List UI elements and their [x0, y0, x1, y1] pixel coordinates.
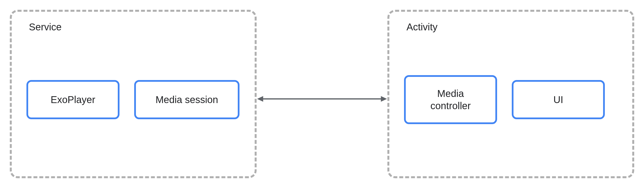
ui-label: UI — [554, 94, 563, 106]
service-container: Service ExoPlayer Media session — [10, 10, 256, 178]
ui-node: UI — [512, 80, 605, 119]
exoplayer-label: ExoPlayer — [51, 94, 95, 106]
arrow-icon — [256, 92, 388, 106]
media-controller-label: Mediacontroller — [430, 88, 471, 112]
activity-content: Mediacontroller UI — [404, 42, 618, 157]
service-label: Service — [29, 22, 240, 32]
media-session-node: Media session — [134, 80, 240, 119]
media-controller-node: Mediacontroller — [404, 75, 497, 124]
media-session-label: Media session — [156, 94, 218, 106]
activity-container: Activity Mediacontroller UI — [388, 10, 634, 178]
exoplayer-node: ExoPlayer — [26, 80, 120, 119]
architecture-diagram: Service ExoPlayer Media session Activity… — [10, 10, 634, 178]
svg-marker-2 — [381, 96, 387, 102]
svg-marker-1 — [257, 96, 263, 102]
service-content: ExoPlayer Media session — [26, 42, 240, 157]
bidirectional-arrow — [256, 15, 388, 183]
activity-label: Activity — [406, 22, 618, 32]
